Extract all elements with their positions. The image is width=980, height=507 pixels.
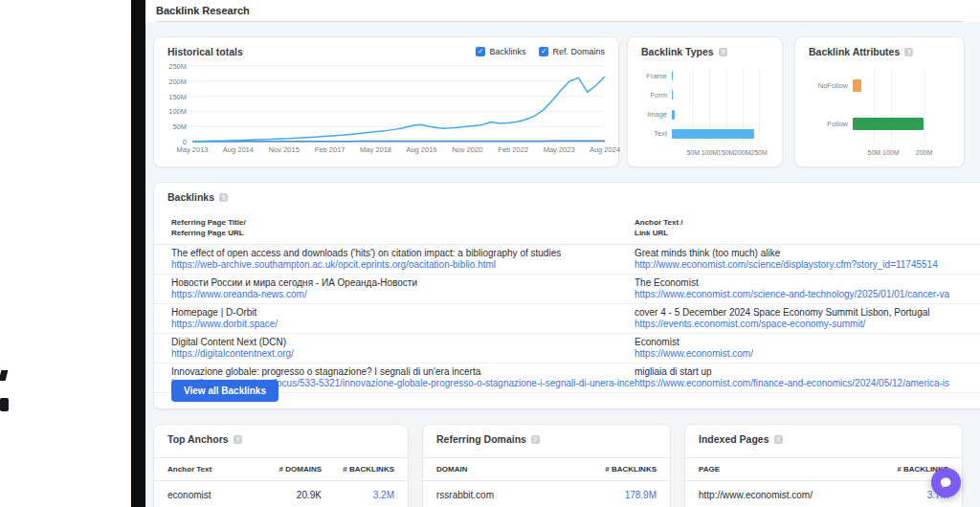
legend-ref-domains-checkbox[interactable]: Ref. Domains (539, 47, 605, 56)
referring-page-url-link[interactable]: https://web-archive.southampton.ac.uk/op… (171, 259, 635, 271)
backlink-attributes-bar-chart: NoFollowFollow 50M100M200M (807, 66, 941, 159)
x-axis-tick-label: May 2023 (544, 145, 575, 154)
x-axis-tick-label: 200M (916, 149, 933, 156)
card-title-row: Backlinks (154, 183, 980, 203)
column-header: Link URL (635, 228, 980, 238)
bar-category-label: Frame (639, 72, 672, 80)
indexed-pages-table: PAGE # BACKLINKS http://www.economist.co… (685, 457, 962, 507)
checkbox-checked-icon[interactable] (476, 47, 485, 56)
link-url[interactable]: http://www.economist.com/science/display… (635, 259, 980, 271)
card-title: Referring Domains (436, 433, 526, 445)
bar-category-label: NoFollow (807, 81, 853, 90)
card-title-row: Historical totals Backlinks Ref. Domains (154, 37, 618, 57)
legend-backlinks-checkbox[interactable]: Backlinks (476, 47, 525, 56)
x-axis-tick-label: 50M (868, 149, 881, 156)
card-title-row: Top Anchors (154, 425, 408, 445)
top-anchors-table: Anchor Text # DOMAINS # BACKLINKS econom… (154, 457, 408, 507)
view-all-backlinks-button[interactable]: View all Backlinks (171, 380, 278, 402)
line-chart-svg (192, 66, 605, 142)
column-header: Anchor Text (167, 465, 262, 474)
column-header: # BACKLINKS (322, 465, 394, 474)
bar-form (672, 90, 673, 99)
backlinks-card: Backlinks Referring Page Title/ Referrin… (153, 182, 980, 409)
help-icon[interactable] (904, 48, 913, 56)
x-axis-tick-label: 100M (702, 149, 719, 156)
legend-label: Backlinks (489, 47, 525, 56)
gridline (759, 68, 760, 143)
bar-text (672, 129, 754, 139)
referring-page-title: The effect of open access and downloads … (171, 248, 635, 259)
bar-row: Frame (639, 71, 759, 80)
bar-row: Form (639, 90, 759, 99)
anchor-text: Great minds think (too much) alike (635, 248, 980, 259)
card-title-row: Indexed Pages (685, 425, 962, 445)
referring-page-url-link[interactable]: https://www.dorbit.space/ (171, 319, 635, 330)
bar-nofollow (853, 79, 861, 92)
backlink-table-row: Digital Content Next (DCN) https://digit… (154, 334, 980, 364)
y-axis-tick-label: 50M (172, 122, 187, 131)
chat-widget-button[interactable] (931, 468, 961, 497)
referring-page-url-link[interactable]: https://digitalcontentnext.org/ (171, 348, 635, 360)
header-divider (156, 21, 963, 22)
page-url-cell: http://www.economist.com/ (699, 490, 866, 500)
bar-track (672, 110, 759, 120)
card-title: Indexed Pages (699, 433, 769, 445)
help-icon[interactable] (719, 48, 727, 56)
bar-row: Image (639, 110, 759, 120)
bar-track (853, 79, 941, 92)
card-title: Backlink Types (641, 46, 714, 57)
help-icon[interactable] (234, 435, 242, 444)
bar-row: NoFollow (807, 79, 941, 92)
y-axis-tick-label: 100M (168, 107, 187, 116)
column-header: Referring Page URL (171, 228, 635, 238)
x-axis-tick-label: Feb 2017 (315, 145, 345, 154)
anchor-text: migliaia di start up (635, 366, 980, 378)
page: Backlink Research Historical totals Back… (0, 0, 980, 507)
help-icon[interactable] (531, 435, 540, 444)
column-header: Referring Page Title/ (171, 217, 635, 228)
bar-category-label: Follow (807, 120, 853, 128)
x-axis-tick-label: May 2013 (177, 145, 209, 154)
historical-totals-card: Historical totals Backlinks Ref. Domains… (153, 36, 619, 167)
table-row: http://www.economist.com/ 3.7M (685, 481, 962, 507)
column-header: DOMAIN (436, 465, 574, 474)
referring-domains-card: Referring Domains DOMAIN # BACKLINKS rss… (422, 424, 671, 507)
domains-count-cell: 20.9K (262, 490, 322, 500)
x-axis-tick-label: Nov 2015 (269, 145, 300, 154)
y-axis-tick-label: 200M (168, 77, 187, 85)
checkbox-checked-icon[interactable] (539, 47, 548, 56)
bar-image (672, 110, 675, 120)
bar-category-label: Image (639, 110, 672, 119)
link-url[interactable]: https://events.economist.com/space-econo… (635, 319, 980, 330)
card-title: Backlinks (167, 191, 214, 203)
backlinks-count-link[interactable]: 178.9M (574, 490, 657, 500)
link-url[interactable]: https://www.economist.com/science-and-te… (635, 289, 980, 300)
x-axis-tick-label: Aug 2019 (406, 145, 436, 154)
backlink-attributes-card: Backlink Attributes NoFollowFollow 50M10… (794, 36, 965, 167)
backlinks-table-header: Referring Page Title/ Referring Page URL… (154, 214, 980, 245)
backlink-table-row: Homepage | D-Orbit https://www.dorbit.sp… (154, 304, 980, 334)
column-header: # DOMAINS (262, 465, 322, 474)
background-window-artifact (0, 398, 9, 411)
x-axis: 50M100M200M (858, 147, 941, 159)
top-anchors-card: Top Anchors Anchor Text # DOMAINS # BACK… (153, 424, 409, 507)
help-icon[interactable] (219, 193, 228, 202)
column-header: # BACKLINKS (574, 465, 657, 474)
link-url[interactable]: https://www.economist.com/finance-and-ec… (635, 378, 980, 389)
bar-category-label: Text (639, 129, 672, 138)
referring-page-url-link[interactable]: https://www.oreanda-news.com/ (171, 289, 635, 300)
page-header: Backlink Research (145, 0, 980, 22)
bar-frame (672, 71, 673, 80)
bar-track (672, 90, 759, 99)
x-axis: May 2013Aug 2014Nov 2015Feb 2017May 2018… (192, 145, 605, 155)
backlinks-count-link[interactable]: 3.2M (322, 490, 394, 500)
anchor-text: Economist (635, 337, 980, 348)
bar-follow (853, 118, 924, 130)
x-axis-tick-label: 150M (718, 149, 735, 156)
help-icon[interactable] (774, 435, 783, 444)
table-row: rssrabbit.com 178.9M (423, 481, 670, 507)
indexed-pages-card: Indexed Pages PAGE # BACKLINKS http://ww… (684, 424, 963, 507)
x-axis-tick-label: Nov 2020 (452, 145, 482, 154)
x-axis-tick-label: 200M (734, 149, 751, 156)
link-url[interactable]: https://www.economist.com/ (635, 348, 980, 360)
